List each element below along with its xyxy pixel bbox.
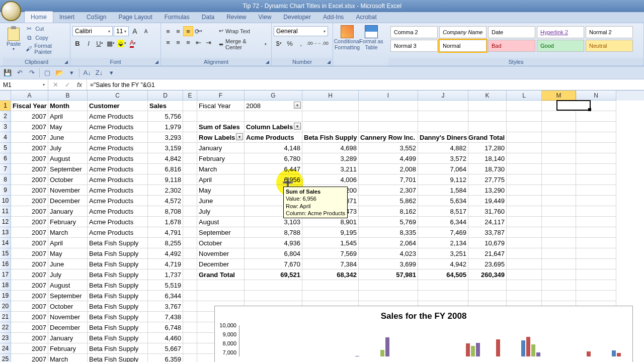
cell-N12[interactable] bbox=[576, 217, 616, 227]
cell-N19[interactable] bbox=[576, 291, 616, 301]
cell-A2[interactable]: 2007 bbox=[11, 111, 48, 122]
cell-L14[interactable] bbox=[507, 238, 542, 248]
cell-G2[interactable] bbox=[245, 111, 302, 122]
copy-button[interactable]: ⧉Copy bbox=[24, 33, 68, 42]
cell-L4[interactable] bbox=[507, 132, 542, 143]
cell-A16[interactable]: 2007 bbox=[11, 259, 48, 269]
align-top-button[interactable]: ≡ bbox=[163, 26, 173, 36]
grow-font-button[interactable]: A bbox=[130, 26, 140, 36]
cell-I14[interactable]: 2,064 bbox=[359, 238, 418, 248]
number-dialog-launcher[interactable]: ◢ bbox=[326, 59, 332, 65]
cell-J16[interactable]: 4,942 bbox=[418, 259, 468, 269]
cell-A15[interactable]: 2007 bbox=[11, 248, 48, 259]
cell-D20[interactable]: 3,767 bbox=[148, 301, 183, 312]
row-header-6[interactable]: 6 bbox=[0, 153, 11, 164]
cell-F5[interactable]: January bbox=[197, 143, 245, 153]
cell-D16[interactable]: 4,719 bbox=[148, 259, 183, 269]
underline-button[interactable]: U▾ bbox=[95, 38, 105, 48]
cell-C16[interactable]: Beta Fish Supply bbox=[88, 259, 148, 269]
border-button[interactable]: ▦▾ bbox=[106, 38, 116, 48]
cell-K14[interactable]: 10,679 bbox=[468, 238, 507, 248]
cell-D3[interactable]: 1,979 bbox=[148, 122, 183, 132]
cell-E12[interactable] bbox=[183, 217, 197, 227]
cell-J8[interactable]: 9,112 bbox=[418, 174, 468, 185]
cell-C2[interactable]: Acme Products bbox=[88, 111, 148, 122]
cell-H17[interactable]: 68,342 bbox=[302, 269, 359, 280]
cell-F18[interactable] bbox=[197, 280, 245, 291]
cell-F16[interactable]: December bbox=[197, 259, 245, 269]
row-header-16[interactable]: 16 bbox=[0, 259, 11, 269]
cell-D4[interactable]: 3,293 bbox=[148, 132, 183, 143]
cell-M12[interactable] bbox=[542, 217, 576, 227]
cell-K19[interactable] bbox=[468, 291, 507, 301]
cell-F15[interactable]: November bbox=[197, 248, 245, 259]
cell-C13[interactable]: Acme Products bbox=[88, 227, 148, 238]
cell-B7[interactable]: September bbox=[48, 164, 88, 174]
cell-F13[interactable]: September bbox=[197, 227, 245, 238]
cell-L16[interactable] bbox=[507, 259, 542, 269]
cell-C9[interactable]: Acme Products bbox=[88, 185, 148, 196]
cell-style-neutral[interactable]: Neutral bbox=[586, 40, 633, 52]
cell-D22[interactable]: 6,748 bbox=[148, 322, 183, 333]
row-header-23[interactable]: 23 bbox=[0, 333, 11, 343]
cell-B20[interactable]: October bbox=[48, 301, 88, 312]
cell-C1[interactable]: Customer bbox=[88, 101, 148, 111]
cell-A8[interactable]: 2007 bbox=[11, 174, 48, 185]
cell-style-good[interactable]: Good bbox=[537, 40, 584, 52]
conditional-formatting-button[interactable]: Conditional Formatting bbox=[335, 24, 359, 54]
cell-B8[interactable]: October bbox=[48, 174, 88, 185]
cell-A19[interactable]: 2007 bbox=[11, 291, 48, 301]
cell-J19[interactable] bbox=[418, 291, 468, 301]
cell-A17[interactable]: 2007 bbox=[11, 269, 48, 280]
cell-J18[interactable] bbox=[418, 280, 468, 291]
cell-E20[interactable] bbox=[183, 301, 197, 312]
cell-K16[interactable]: 23,695 bbox=[468, 259, 507, 269]
cell-G3[interactable]: Column Labels▾ bbox=[245, 122, 302, 132]
cell-I1[interactable] bbox=[359, 101, 418, 111]
cell-H1[interactable] bbox=[302, 101, 359, 111]
decrease-decimal-button[interactable]: ←.00 bbox=[318, 38, 328, 48]
row-header-10[interactable]: 10 bbox=[0, 196, 11, 206]
cell-N6[interactable] bbox=[576, 153, 616, 164]
column-header-H[interactable]: H bbox=[302, 90, 359, 101]
cell-A23[interactable]: 2007 bbox=[11, 333, 48, 343]
format-as-table-button[interactable]: Format as Table bbox=[359, 24, 383, 54]
cell-J9[interactable]: 1,584 bbox=[418, 185, 468, 196]
cell-D18[interactable]: 5,519 bbox=[148, 280, 183, 291]
row-header-25[interactable]: 25 bbox=[0, 354, 11, 362]
cell-C23[interactable]: Beta Fish Supply bbox=[88, 333, 148, 343]
cell-style-comma-2[interactable]: Comma 2 bbox=[390, 26, 438, 38]
row-header-7[interactable]: 7 bbox=[0, 164, 11, 174]
cell-L7[interactable] bbox=[507, 164, 542, 174]
cell-L3[interactable] bbox=[507, 122, 542, 132]
worksheet-grid[interactable]: ABCDEFGHIJKLMN 1234567891011121314151617… bbox=[0, 90, 644, 362]
cell-I18[interactable] bbox=[359, 280, 418, 291]
bold-button[interactable]: B bbox=[72, 38, 83, 48]
cell-B16[interactable]: June bbox=[48, 259, 88, 269]
tab-add-ins[interactable]: Add-Ins bbox=[317, 12, 350, 23]
cell-N13[interactable] bbox=[576, 227, 616, 238]
cell-B25[interactable]: March bbox=[48, 354, 88, 362]
open-button[interactable]: 📂 bbox=[54, 68, 65, 78]
cell-E2[interactable] bbox=[183, 111, 197, 122]
cell-B10[interactable]: December bbox=[48, 196, 88, 206]
cell-C3[interactable]: Acme Products bbox=[88, 122, 148, 132]
cell-M15[interactable] bbox=[542, 248, 576, 259]
cell-K13[interactable]: 33,787 bbox=[468, 227, 507, 238]
qat-more[interactable]: ▾ bbox=[106, 68, 117, 78]
align-middle-button[interactable]: ≡ bbox=[173, 26, 183, 36]
cell-N4[interactable] bbox=[576, 132, 616, 143]
tab-developer[interactable]: Developer bbox=[277, 12, 317, 23]
cell-L19[interactable] bbox=[507, 291, 542, 301]
cell-B2[interactable]: April bbox=[48, 111, 88, 122]
cell-C12[interactable]: Acme Products bbox=[88, 217, 148, 227]
cell-C6[interactable]: Acme Products bbox=[88, 153, 148, 164]
column-header-D[interactable]: D bbox=[148, 90, 183, 101]
cell-L10[interactable] bbox=[507, 196, 542, 206]
cell-K11[interactable]: 31,760 bbox=[468, 206, 507, 217]
cell-D9[interactable]: 2,302 bbox=[148, 185, 183, 196]
cell-C8[interactable]: Acme Products bbox=[88, 174, 148, 185]
cell-A10[interactable]: 2007 bbox=[11, 196, 48, 206]
cell-M9[interactable] bbox=[542, 185, 576, 196]
cell-I4[interactable]: Cannery Row Inc. bbox=[359, 132, 418, 143]
